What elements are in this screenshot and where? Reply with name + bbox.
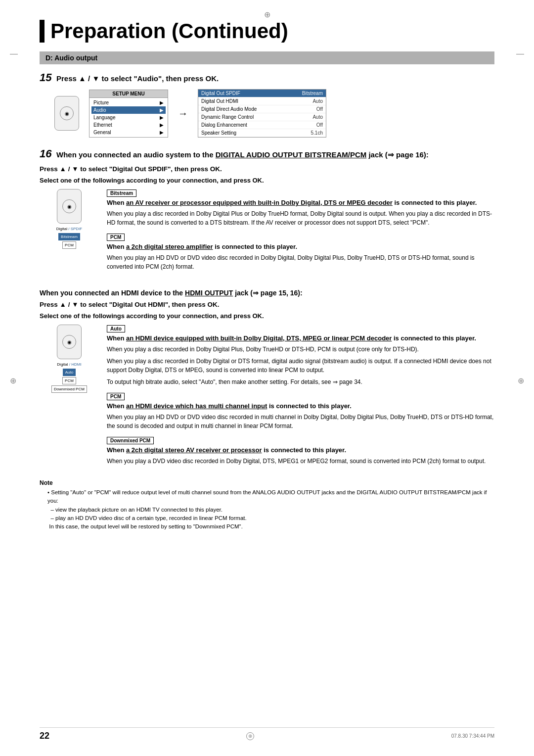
auto-label: Auto xyxy=(107,325,125,332)
bitstream-heading: When an AV receiver or processor equippe… xyxy=(107,199,494,206)
reg-mark-right: — xyxy=(516,49,524,58)
spdif-device-diagram: ◉ Digital / SPDIF Bitstream PCM xyxy=(40,189,99,277)
auto-text1: When you play a disc recorded in Dolby D… xyxy=(107,345,494,354)
bitstream-text: When you play a disc recorded in Dolby D… xyxy=(107,209,494,227)
menu-item-general: General▶ xyxy=(91,129,166,136)
page-number: 22 xyxy=(40,731,49,741)
audio-menu-item-hdmi: Digital Out HDMIAuto xyxy=(198,97,326,105)
hdmi-device-diagram: ◉ Digital / HDMI Auto PCM Downmixed PCM xyxy=(40,325,99,472)
section-header: D: Audio output xyxy=(40,51,494,64)
step16-section: 16 When you connected an audio system to… xyxy=(40,148,494,277)
spdif-text-content: Bitstream When an AV receiver or process… xyxy=(107,189,494,277)
page-container: ⊕ — — ⊕ ⊕ Preparation (Continued) D: Aud… xyxy=(0,0,534,756)
audio-menu-item-digital-direct: Digital Direct Audio ModeOff xyxy=(198,105,326,113)
hdmi-select-line: Select one of the followings according t… xyxy=(40,312,494,320)
arrow-right-icon: → xyxy=(178,108,188,119)
hdmi-heading: When you connected an HDMI device to the… xyxy=(40,289,494,297)
bitstream-option: Bitstream When an AV receiver or process… xyxy=(107,189,494,227)
step16-heading: 16 When you connected an audio system to… xyxy=(40,148,494,159)
auto-option: Auto When an HDMI device equipped with b… xyxy=(107,325,494,386)
menu-item-language: Language▶ xyxy=(91,114,166,121)
step16-select-line: Select one of the followings according t… xyxy=(40,177,494,184)
file-info: 07.8.30 7:34:44 PM xyxy=(451,733,494,739)
step16-text: When you connected an audio system to th… xyxy=(56,148,429,159)
spdif-pcm-port: PCM xyxy=(62,241,76,249)
hdmi-remote-circle: ◉ xyxy=(62,335,76,349)
menu-item-picture: Picture▶ xyxy=(91,99,166,106)
setup-menu-title: SETUP MENU xyxy=(89,90,168,98)
hdmi-pcm-port: PCM xyxy=(62,377,76,384)
hdmi-downmixed-port: Downmixed PCM xyxy=(51,385,87,393)
step15-instruction: Press ▲ / ▼ to select "Audio", then pres… xyxy=(56,72,219,83)
bitstream-label: Bitstream xyxy=(107,189,136,197)
downmixed-option: Downmixed PCM When a 2ch digital stereo … xyxy=(107,436,494,466)
pcm-text: When you play an HD DVD or DVD video dis… xyxy=(107,253,494,271)
hdmi-remote-icon: ◉ xyxy=(57,325,82,359)
pcm-label: PCM xyxy=(107,234,125,241)
page-title: Preparation (Continued) xyxy=(40,20,494,43)
hdmi-text-content: Auto When an HDMI device equipped with b… xyxy=(107,325,494,472)
pcm-heading: When a 2ch digital stereo amplifier is c… xyxy=(107,243,494,250)
menu-item-ethernet: Ethernet▶ xyxy=(91,121,166,129)
hdmi-options: ◉ Digital / HDMI Auto PCM Downmixed PCM … xyxy=(40,325,494,472)
footer-crosshair: ⊕ xyxy=(246,732,254,740)
reg-mark-left-mid: ⊕ xyxy=(10,376,16,385)
menu-item-audio: Audio▶ xyxy=(91,106,166,114)
hdmi-pcm-heading: When an HDMI device which has multi chan… xyxy=(107,402,494,410)
page-footer: 22 ⊕ 07.8.30 7:34:44 PM xyxy=(40,727,494,741)
audio-menu-item-spdif: Digital Out SPDIFBitstream xyxy=(198,90,326,97)
audio-menu-item-dynamic-range: Dynamic Range ControlAuto xyxy=(198,113,326,121)
downmixed-heading: When a 2ch digital stereo AV receiver or… xyxy=(107,446,494,454)
audio-menu-item-speaker: Speaker Setting5.1ch xyxy=(198,129,326,137)
downmixed-label: Downmixed PCM xyxy=(107,437,154,444)
step16-number: 16 xyxy=(40,148,53,159)
auto-text3: To output high bitrate audio, select "Au… xyxy=(107,378,494,386)
hdmi-section: When you connected an HDMI device to the… xyxy=(40,289,494,531)
note-section: Note Setting "Auto" or "PCM" will reduce… xyxy=(40,479,494,531)
auto-text2: When you play a disc recorded in Dolby D… xyxy=(107,357,494,375)
audio-menu-box: Digital Out SPDIFBitstream Digital Out H… xyxy=(198,89,326,138)
step16-press-line: Press ▲ / ▼ to select "Digital Out SPDIF… xyxy=(40,165,494,173)
hdmi-press-line: Press ▲ / ▼ to select "Digital Out HDMI"… xyxy=(40,301,494,308)
menu-diagram: ◉ SETUP MENU Picture▶ Audio▶ Language▶ E… xyxy=(54,89,494,138)
hdmi-pcm-label: PCM xyxy=(107,393,125,400)
audio-menu-item-dialog: Dialog EnhancementOff xyxy=(198,121,326,129)
auto-heading: When an HDMI device equipped with built-… xyxy=(107,334,494,342)
step15-heading: 15 Press ▲ / ▼ to select "Audio", then p… xyxy=(40,72,494,83)
pcm-option: PCM When a 2ch digital stereo amplifier … xyxy=(107,233,494,271)
remote-circle: ◉ xyxy=(60,106,74,120)
step15-number: 15 xyxy=(40,72,53,83)
reg-mark-left: — xyxy=(10,49,18,58)
note-text: Setting "Auto" or "PCM" will reduce outp… xyxy=(40,488,494,531)
downmixed-text: When you play a DVD video disc recorded … xyxy=(107,457,494,466)
spdif-bitstream-port: Bitstream xyxy=(58,233,80,240)
reg-mark-right-mid: ⊕ xyxy=(518,376,524,385)
setup-menu-items: Picture▶ Audio▶ Language▶ Ethernet▶ Gene… xyxy=(89,98,168,137)
hdmi-pcm-option: PCM When an HDMI device which has multi … xyxy=(107,392,494,430)
remote-control-icon: ◉ xyxy=(54,96,79,131)
setup-menu-box: SETUP MENU Picture▶ Audio▶ Language▶ Eth… xyxy=(89,90,168,138)
spdif-options: ◉ Digital / SPDIF Bitstream PCM Bitstrea… xyxy=(40,189,494,277)
spdif-remote-icon: ◉ xyxy=(57,189,82,224)
note-title: Note xyxy=(40,479,494,486)
hdmi-auto-port: Auto xyxy=(63,369,76,376)
hdmi-pcm-text: When you play an HD DVD or DVD video dis… xyxy=(107,413,494,430)
spdif-remote-circle: ◉ xyxy=(62,199,76,213)
reg-mark-top: ⊕ xyxy=(264,10,270,19)
